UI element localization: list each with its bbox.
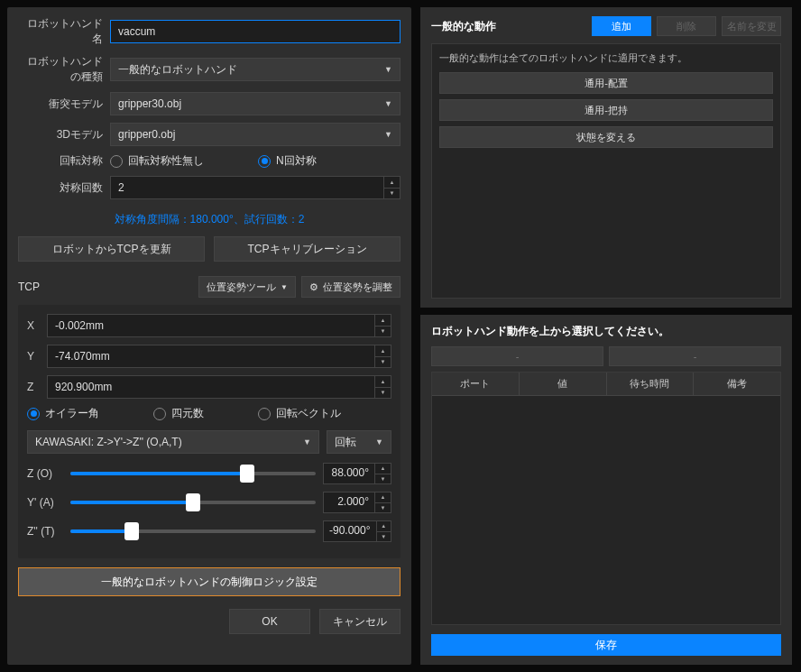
adjust-pose-button[interactable]: ⚙ 位置姿勢を調整 bbox=[301, 276, 400, 298]
action-item-place[interactable]: 通用-配置 bbox=[439, 72, 773, 94]
chevron-down-icon: ▼ bbox=[384, 65, 392, 74]
z-label: Z bbox=[27, 381, 40, 393]
gear-icon: ⚙ bbox=[309, 281, 318, 293]
x-spinner[interactable]: -0.002mm ▲▼ bbox=[47, 314, 391, 337]
kind-value: 一般的なロボットハンド bbox=[118, 62, 237, 78]
collision-select[interactable]: gripper30.obj ▼ bbox=[110, 92, 400, 115]
s3-slider[interactable] bbox=[70, 529, 316, 533]
kind-select[interactable]: 一般的なロボットハンド ▼ bbox=[110, 58, 400, 81]
spinner-down-icon[interactable]: ▼ bbox=[377, 532, 391, 542]
x-value: -0.002mm bbox=[48, 315, 374, 336]
pose-tool-text: 位置姿勢ツール bbox=[207, 281, 276, 294]
tcp-title: TCP bbox=[18, 281, 40, 293]
s3-value: -90.000° bbox=[324, 521, 376, 541]
right-top-panel: 一般的な動作 追加 削除 名前を変更 一般的な動作は全てのロボットハンドに適用で… bbox=[420, 7, 792, 308]
spinner-down-icon[interactable]: ▼ bbox=[375, 327, 391, 337]
th-wait: 待ち時間 bbox=[607, 373, 695, 395]
name-label: ロボットハンド名 bbox=[18, 16, 110, 47]
rot-quat-text: 四元数 bbox=[171, 406, 204, 421]
right-panel: 一般的な動作 追加 削除 名前を変更 一般的な動作は全てのロボットハンドに適用で… bbox=[420, 7, 792, 665]
rot-vec-text: 回転ベクトル bbox=[276, 406, 341, 421]
left-panel: ロボットハンド名 ロボットハンドの種類 一般的なロボットハンド ▼ 衝突モデル … bbox=[7, 7, 411, 665]
dash-button-2[interactable]: - bbox=[609, 346, 781, 366]
model3d-value: gripper0.obj bbox=[118, 128, 175, 141]
adjust-pose-text: 位置姿勢を調整 bbox=[323, 281, 392, 294]
th-note: 備考 bbox=[694, 373, 780, 395]
chevron-down-icon: ▼ bbox=[384, 99, 392, 108]
spinner-down-icon[interactable]: ▼ bbox=[375, 357, 391, 368]
spinner-down-icon[interactable]: ▼ bbox=[375, 388, 391, 399]
spinner-up-icon[interactable]: ▲ bbox=[377, 521, 391, 532]
radio-icon bbox=[110, 155, 123, 168]
cancel-button[interactable]: キャンセル bbox=[319, 609, 400, 634]
ok-button[interactable]: OK bbox=[229, 609, 310, 634]
select-action-hint: ロボットハンド動作を上から選択してください。 bbox=[431, 324, 781, 339]
spinner-up-icon[interactable]: ▲ bbox=[375, 345, 391, 357]
add-button[interactable]: 追加 bbox=[592, 16, 651, 36]
spinner-up-icon[interactable]: ▲ bbox=[384, 177, 400, 189]
s2-slider[interactable] bbox=[70, 501, 316, 504]
spinner-down-icon[interactable]: ▼ bbox=[375, 503, 391, 513]
s1-spinner[interactable]: 88.000° ▲▼ bbox=[323, 463, 391, 484]
rot-euler-radio[interactable]: オイラー角 bbox=[27, 406, 99, 421]
x-label: X bbox=[27, 319, 40, 332]
spinner-up-icon[interactable]: ▲ bbox=[375, 315, 391, 327]
save-button[interactable]: 保存 bbox=[431, 634, 781, 656]
s3-spinner[interactable]: -90.000° ▲▼ bbox=[323, 520, 391, 542]
rename-button[interactable]: 名前を変更 bbox=[722, 16, 781, 36]
spinner-up-icon[interactable]: ▲ bbox=[375, 376, 391, 388]
rot-vec-radio[interactable]: 回転ベクトル bbox=[258, 406, 341, 421]
control-logic-button[interactable]: 一般的なロボットハンドの制御ロジック設定 bbox=[18, 567, 400, 596]
spinner-down-icon[interactable]: ▼ bbox=[375, 474, 391, 484]
spinner-up-icon[interactable]: ▲ bbox=[375, 464, 391, 474]
tcp-calibration-button[interactable]: TCPキャリブレーション bbox=[214, 236, 400, 262]
radio-icon bbox=[27, 408, 40, 420]
s2-spinner[interactable]: 2.000° ▲▼ bbox=[323, 492, 391, 513]
rotsym-none-text: 回転対称性無し bbox=[128, 153, 204, 169]
slider-thumb[interactable] bbox=[124, 522, 139, 540]
action-hint: 一般的な動作は全てのロボットハンドに適用できます。 bbox=[439, 51, 773, 65]
pose-tool-select[interactable]: 位置姿勢ツール ▼ bbox=[198, 276, 296, 298]
chevron-down-icon: ▼ bbox=[384, 130, 392, 139]
general-actions-title: 一般的な動作 bbox=[431, 19, 496, 34]
count-spinner[interactable]: 2 ▲ ▼ bbox=[110, 176, 400, 199]
count-value: 2 bbox=[111, 177, 383, 198]
kind-label: ロボットハンドの種類 bbox=[18, 54, 110, 85]
table-header: ポート 値 待ち時間 備考 bbox=[432, 373, 780, 396]
rot-order-select[interactable]: KAWASAKI: Z->Y'->Z'' (O,A,T) ▼ bbox=[27, 430, 319, 454]
dash-button-1[interactable]: - bbox=[431, 346, 603, 366]
slider-thumb[interactable] bbox=[186, 493, 200, 511]
chevron-down-icon: ▼ bbox=[303, 437, 311, 446]
z-spinner[interactable]: 920.900mm ▲▼ bbox=[47, 375, 391, 399]
action-item-change-state[interactable]: 状態を変える bbox=[439, 126, 773, 148]
rotsym-n-radio[interactable]: N回対称 bbox=[258, 153, 317, 169]
s1-slider[interactable] bbox=[70, 472, 316, 475]
chevron-down-icon: ▼ bbox=[281, 283, 288, 291]
model3d-label: 3Dモデル bbox=[18, 127, 110, 143]
rot-quat-radio[interactable]: 四元数 bbox=[153, 406, 204, 421]
rotsym-label: 回転対称 bbox=[18, 153, 110, 169]
rotsym-none-radio[interactable]: 回転対称性無し bbox=[110, 153, 204, 169]
radio-icon bbox=[153, 408, 166, 420]
y-spinner[interactable]: -74.070mm ▲▼ bbox=[47, 345, 391, 368]
spinner-up-icon[interactable]: ▲ bbox=[375, 492, 391, 503]
spinner-down-icon[interactable]: ▼ bbox=[384, 189, 400, 199]
model3d-select[interactable]: gripper0.obj ▼ bbox=[110, 123, 400, 146]
y-label: Y bbox=[27, 350, 40, 363]
radio-icon bbox=[258, 408, 271, 420]
right-bottom-panel: ロボットハンド動作を上から選択してください。 - - ポート 値 待ち時間 備考… bbox=[420, 315, 792, 665]
collision-value: gripper30.obj bbox=[118, 97, 181, 110]
update-tcp-button[interactable]: ロボットからTCPを更新 bbox=[18, 236, 205, 262]
delete-button[interactable]: 削除 bbox=[657, 16, 716, 36]
slider-thumb[interactable] bbox=[240, 465, 254, 483]
action-item-pick[interactable]: 通用-把持 bbox=[439, 99, 773, 121]
s2-value: 2.000° bbox=[324, 492, 374, 512]
count-label: 対称回数 bbox=[18, 180, 110, 196]
s1-label: Z (O) bbox=[27, 467, 63, 480]
tcp-box: X -0.002mm ▲▼ Y -74.070mm ▲▼ Z 920.900mm… bbox=[18, 305, 400, 558]
th-value: 値 bbox=[520, 373, 607, 395]
rot-mode-select[interactable]: 回転 ▼ bbox=[327, 430, 391, 454]
rot-mode-text: 回転 bbox=[335, 435, 356, 450]
name-input[interactable] bbox=[110, 20, 400, 43]
s1-value: 88.000° bbox=[324, 464, 374, 483]
